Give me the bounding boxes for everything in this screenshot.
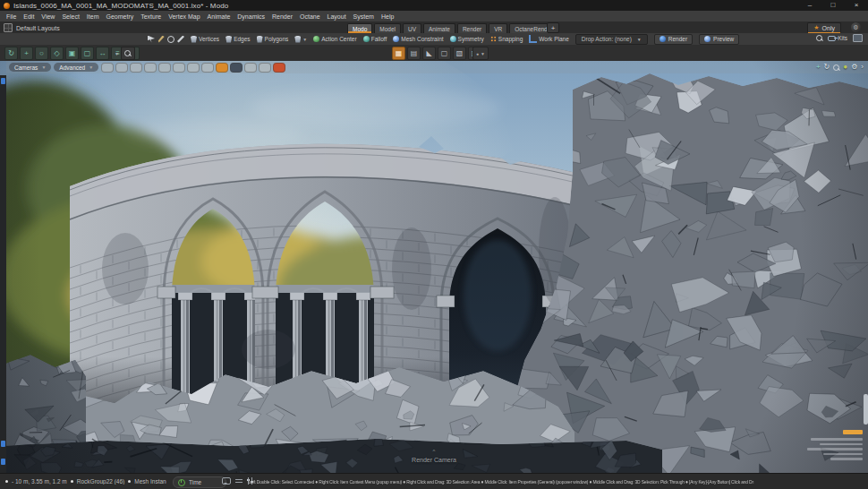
menu-item[interactable]: Animate [208,13,231,20]
pan-icon[interactable]: + [816,63,821,72]
3d-viewport[interactable]: Cameras ▼ Advanced ▼ +↻●⚙› ^ Render Came… [0,61,868,473]
render-button[interactable]: Render [654,34,693,45]
camera-dropdown[interactable]: Cameras ▼ [9,63,51,72]
chevron-down-icon: ▼ [89,64,93,70]
layout-tab[interactable]: Modo [347,23,372,33]
kits-button[interactable]: Kits [828,35,847,41]
move-tool-icon[interactable]: + [20,47,33,60]
viewport-scrollbar-thumb[interactable] [864,394,868,425]
duplicate-tool-icon[interactable]: ▢ [81,47,94,60]
scale-tool-icon[interactable]: ◇ [50,47,64,60]
menu-item[interactable]: File [6,13,16,20]
shading-dropdown[interactable]: Advanced ▼ [54,63,98,72]
orbit-tool-icon[interactable]: ↻ [4,47,18,60]
layout-tab[interactable]: Model [374,23,401,33]
tool-search-button[interactable] [121,47,135,60]
action-center-button[interactable]: Action Center [313,36,356,42]
vp-toggle[interactable] [216,63,228,73]
layout-tab[interactable]: UV [403,23,421,33]
vp-toggle[interactable] [273,63,285,73]
status-bar: - 10 m, 3.55 m, 1.2 m RockGroup22 (46) M… [0,473,868,489]
page-icon[interactable]: ▢ [438,47,451,60]
maximize-button[interactable]: □ [829,0,838,11]
layers-icon[interactable]: ● [843,63,847,72]
vp-toggle[interactable] [130,63,142,73]
pick-tools [148,36,184,43]
falloff-button[interactable]: Falloff [363,36,387,42]
more-icon[interactable]: › [861,63,864,72]
search-icon[interactable] [816,35,822,41]
modo-application-window: Islands_0006_MA_0001_MA_MODOMATS_MA_0001… [0,0,868,489]
selection-options-dropdown[interactable]: ●▼ [472,47,489,60]
menu-item[interactable]: Item [87,13,99,20]
selection-info: - 10 m, 3.55 m, 1.2 m RockGroup22 (46) M… [5,478,166,485]
cursor-select-icon[interactable]: ◣ [422,47,436,60]
snapping-button[interactable]: Snapping [490,36,523,42]
gear-icon[interactable]: ⚙ [851,63,857,72]
brush-icon[interactable] [177,36,184,43]
layout-tab[interactable]: Animate [423,23,455,33]
vp-toggle[interactable] [187,63,200,73]
stat-line [811,438,863,441]
menu-item[interactable]: Octane [300,13,320,20]
layout-tab[interactable]: VR [489,23,507,33]
vertices-mode-button[interactable]: Vertices [191,36,219,43]
vp-toggle[interactable] [201,63,214,73]
paint-select-icon[interactable]: ▤ [407,47,421,60]
vp-toggle[interactable] [259,63,271,73]
close-button[interactable]: × [852,0,861,11]
pen-icon[interactable] [157,36,165,43]
add-tab-button[interactable]: + [547,22,559,33]
menu-item[interactable]: View [41,13,55,20]
menu-item[interactable]: Select [62,13,79,20]
vp-toggle[interactable] [230,63,243,73]
vp-toggle[interactable] [173,63,185,73]
viewport-left-rail[interactable] [0,75,6,473]
menu-item[interactable]: Vertex Map [168,13,200,20]
vp-toggle[interactable] [101,63,114,73]
3d-viewport-scene[interactable] [0,61,868,473]
drop-action-dropdown[interactable]: Drop Action: (none) ▼ [575,34,648,45]
menu-item[interactable]: Geometry [106,13,133,20]
chevron-down-icon[interactable]: ▼ [115,51,119,56]
rail-marker [1,441,5,447]
bullet-icon [71,480,73,483]
default-layouts-chip[interactable]: Default Layouts [4,23,60,32]
settings-gear-button[interactable]: ⚙ [851,22,861,32]
slice-icon[interactable]: ▧ [453,47,466,60]
edges-mode-button[interactable]: Edges [226,36,250,43]
cursor-icon[interactable] [148,36,155,43]
comment-icon[interactable] [222,477,231,485]
menu-item[interactable]: Help [381,13,394,20]
items-mode-dropdown[interactable]: ▼ [294,36,307,43]
layout-tab[interactable]: Render [457,23,487,33]
list-icon[interactable] [235,478,243,485]
menu-item[interactable]: Dynamics [237,13,265,20]
auto-select-icon[interactable]: ▦ [392,47,405,60]
vp-toggle[interactable] [158,63,171,73]
zoom-icon[interactable] [833,64,839,71]
preview-icon [704,36,711,42]
menu-item[interactable]: Layout [328,13,346,20]
axis-tool-icon[interactable]: ↔ [96,47,109,60]
preview-button[interactable]: Preview [699,34,739,45]
primitive-tool-icon[interactable]: ▣ [65,47,79,60]
rotate-tool-icon[interactable]: ○ [35,47,48,60]
vp-toggle[interactable] [144,63,157,73]
work-plane-button[interactable]: Work Plane [529,35,568,43]
minimize-button[interactable]: – [805,0,814,11]
menu-item[interactable]: Edit [23,13,34,20]
polygons-mode-button[interactable]: Polygons [257,36,289,43]
vp-toggle[interactable] [244,63,257,73]
symmetry-button[interactable]: Symmetry [450,36,484,42]
menu-item[interactable]: Render [272,13,293,20]
vp-toggle[interactable] [115,63,128,73]
menu-item[interactable]: Texture [140,13,161,20]
refresh-icon[interactable]: ↻ [824,63,830,72]
lasso-icon[interactable] [167,36,174,43]
time-button[interactable]: Time [173,476,226,488]
menu-item[interactable]: System [353,13,374,20]
render-progress-chip [843,430,863,434]
mesh-constraint-button[interactable]: Mesh Constraint [393,36,443,42]
monitor-icon[interactable] [853,34,863,42]
